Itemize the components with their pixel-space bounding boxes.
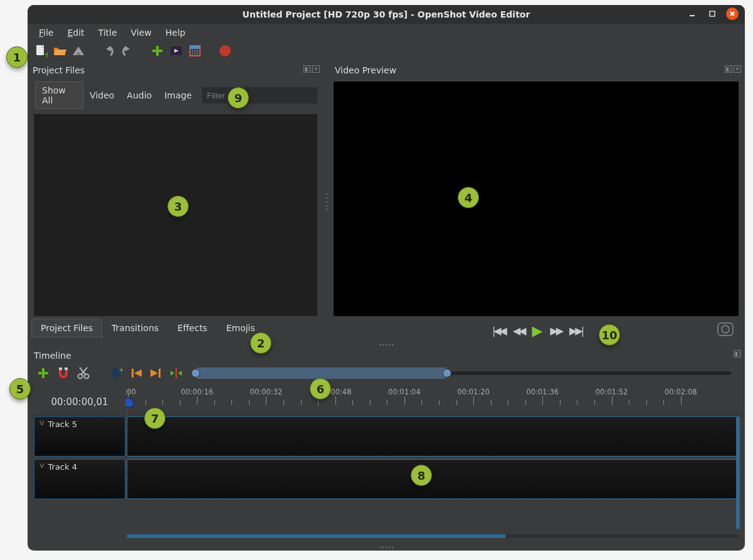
fast-forward-icon[interactable]: ▶▶ bbox=[550, 325, 562, 337]
playhead[interactable] bbox=[127, 399, 128, 416]
annotation-circle: 8 bbox=[411, 465, 432, 486]
menu-view[interactable]: View bbox=[126, 25, 157, 40]
svg-rect-36 bbox=[176, 368, 177, 378]
ruler-label: 00:01:04 bbox=[388, 388, 421, 396]
zoom-left-handle[interactable] bbox=[191, 369, 200, 378]
video-preview-viewport[interactable] bbox=[334, 82, 739, 316]
close-panel-icon[interactable]: ✕ bbox=[312, 65, 320, 73]
ruler-label: 0:00 bbox=[125, 388, 136, 396]
track-row: V Track 5 bbox=[34, 416, 739, 457]
jump-end-icon[interactable]: ▶▶| bbox=[569, 325, 582, 337]
svg-marker-30 bbox=[134, 369, 142, 377]
razor-icon[interactable] bbox=[76, 366, 90, 380]
fullscreen-icon[interactable] bbox=[188, 44, 202, 58]
video-preview-title: Video Preview bbox=[330, 63, 745, 78]
filter-image[interactable]: Image bbox=[158, 87, 198, 103]
prev-marker-icon[interactable] bbox=[129, 366, 143, 380]
annotation-circle: 9 bbox=[228, 87, 249, 108]
timeline-dock-controls: ◧ bbox=[734, 350, 741, 357]
ruler-label: 00:02:08 bbox=[665, 388, 697, 396]
track-body[interactable] bbox=[127, 459, 739, 499]
svg-rect-8 bbox=[76, 53, 80, 55]
titlebar: Untitled Project [HD 720p 30 fps] - Open… bbox=[28, 5, 745, 24]
open-project-icon[interactable] bbox=[53, 44, 66, 58]
save-project-icon[interactable] bbox=[71, 44, 85, 58]
undock-icon[interactable]: ◧ bbox=[725, 65, 732, 73]
redo-icon[interactable] bbox=[120, 44, 134, 58]
import-files-icon[interactable] bbox=[150, 44, 164, 58]
filter-audio[interactable]: Audio bbox=[120, 87, 158, 103]
ruler-label: 00:00:32 bbox=[250, 388, 283, 396]
filter-input[interactable] bbox=[202, 87, 317, 103]
center-playhead-icon[interactable] bbox=[169, 366, 183, 380]
project-files-title: Project Files bbox=[28, 63, 324, 78]
window-title: Untitled Project [HD 720p 30 fps] - Open… bbox=[243, 9, 530, 19]
track-header[interactable]: V Track 5 bbox=[34, 416, 125, 457]
tab-effects[interactable]: Effects bbox=[168, 319, 217, 337]
svg-marker-10 bbox=[125, 46, 130, 51]
svg-rect-23 bbox=[59, 367, 62, 370]
vertical-splitter[interactable] bbox=[324, 63, 330, 341]
svg-text:+: + bbox=[44, 50, 48, 58]
project-files-dock-controls: ◧ ✕ bbox=[303, 65, 320, 73]
filter-video[interactable]: Video bbox=[83, 87, 120, 103]
timeline-horizontal-scrollbar[interactable] bbox=[127, 534, 739, 538]
add-marker-icon[interactable]: + bbox=[109, 366, 123, 380]
ruler-tick bbox=[542, 396, 543, 405]
undock-icon[interactable]: ◧ bbox=[734, 350, 741, 357]
snap-icon[interactable] bbox=[56, 366, 70, 380]
ruler-tick bbox=[335, 396, 336, 405]
chevron-down-icon[interactable]: V bbox=[39, 420, 45, 426]
undo-icon[interactable] bbox=[102, 44, 115, 58]
annotation-circle: 1 bbox=[6, 46, 28, 68]
add-track-icon[interactable] bbox=[36, 366, 50, 380]
zoom-right-handle[interactable] bbox=[443, 369, 451, 378]
svg-rect-16 bbox=[190, 46, 200, 49]
tab-project-files[interactable]: Project Files bbox=[31, 319, 102, 337]
menubar: File Edit Title View Help bbox=[28, 24, 745, 41]
svg-rect-33 bbox=[159, 369, 161, 378]
svg-text:+: + bbox=[118, 366, 123, 374]
profile-icon[interactable] bbox=[169, 44, 183, 58]
zoom-slider[interactable] bbox=[196, 371, 731, 376]
menu-edit[interactable]: Edit bbox=[62, 25, 89, 40]
close-panel-icon[interactable]: ✕ bbox=[734, 65, 741, 73]
snapshot-icon[interactable] bbox=[717, 322, 734, 336]
timeline-ruler[interactable]: 0:0000:00:1600:00:3200:00:4800:01:0400:0… bbox=[125, 388, 739, 416]
track-body[interactable] bbox=[127, 416, 739, 457]
menu-file[interactable]: File bbox=[34, 25, 58, 40]
annotation-circle: 5 bbox=[9, 378, 31, 399]
menu-help[interactable]: Help bbox=[161, 25, 191, 40]
chevron-down-icon[interactable]: V bbox=[39, 463, 45, 469]
rewind-icon[interactable]: ◀◀ bbox=[513, 325, 525, 337]
new-project-icon[interactable]: + bbox=[34, 44, 48, 58]
ruler-label: 00:01:52 bbox=[596, 388, 628, 396]
play-icon[interactable]: ▶ bbox=[532, 323, 543, 339]
track-header[interactable]: V Track 4 bbox=[34, 459, 125, 499]
svg-rect-24 bbox=[65, 367, 68, 370]
ruler-tick bbox=[681, 396, 682, 405]
annotation-circle: 2 bbox=[250, 332, 271, 354]
next-marker-icon[interactable] bbox=[149, 366, 163, 380]
export-icon[interactable] bbox=[218, 44, 232, 58]
menu-title[interactable]: Title bbox=[93, 25, 122, 40]
upper-split: Project Files ◧ ✕ Show All Video Audio I… bbox=[28, 63, 745, 341]
filter-show-all[interactable]: Show All bbox=[35, 82, 83, 109]
close-button[interactable] bbox=[726, 8, 739, 20]
jump-start-icon[interactable]: |◀◀ bbox=[492, 325, 505, 337]
ruler-tick bbox=[266, 396, 266, 405]
ruler-label: 00:01:36 bbox=[527, 388, 559, 396]
annotation-circle: 6 bbox=[310, 378, 331, 399]
svg-marker-34 bbox=[171, 371, 174, 376]
horizontal-splitter[interactable] bbox=[28, 341, 745, 349]
horizontal-splitter[interactable] bbox=[28, 544, 745, 551]
timeline-vertical-scrollbar[interactable] bbox=[736, 416, 740, 529]
ruler-tick bbox=[404, 396, 405, 405]
maximize-button[interactable] bbox=[706, 8, 719, 20]
tab-transitions[interactable]: Transitions bbox=[102, 319, 168, 337]
track-label: Track 5 bbox=[48, 420, 77, 429]
minimize-button[interactable] bbox=[686, 8, 698, 20]
ruler-tick bbox=[197, 396, 197, 405]
undock-icon[interactable]: ◧ bbox=[303, 65, 311, 73]
timeline-toolbar: + bbox=[28, 362, 745, 384]
